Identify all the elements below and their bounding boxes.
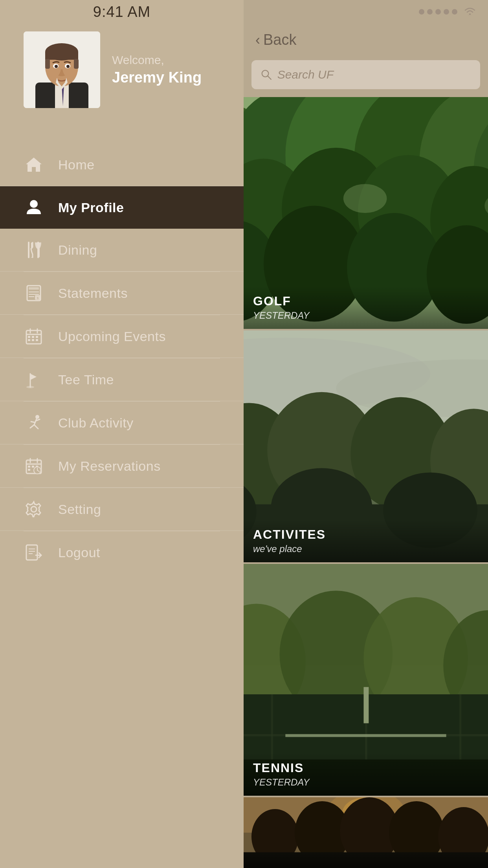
extra-card[interactable]	[244, 797, 488, 868]
avatar	[24, 31, 100, 108]
back-label: Back	[263, 31, 296, 48]
svg-rect-58	[28, 469, 30, 471]
logout-icon	[24, 542, 44, 563]
reservations-icon	[24, 456, 44, 476]
sidebar-item-my-profile[interactable]: My Profile	[0, 186, 244, 229]
svg-line-70	[268, 76, 271, 79]
activities-category: ACTIVITES	[253, 527, 479, 542]
svg-marker-43	[30, 374, 37, 380]
teetime-icon	[24, 369, 44, 390]
tennis-subtitle: YESTERDAY	[253, 777, 479, 788]
golf-card-overlay: GOLF YESTERDAY	[244, 286, 488, 329]
signal-dot-1	[419, 9, 424, 15]
svg-line-50	[30, 425, 34, 428]
tennis-card[interactable]: TENNIS YESTERDAY	[244, 564, 488, 796]
golf-category: GOLF	[253, 294, 479, 308]
svg-text:$: $	[37, 296, 39, 300]
search-bar[interactable]	[251, 60, 480, 89]
avatar-image	[24, 31, 100, 108]
sidebar-item-tee-time[interactable]: Tee Time	[0, 358, 244, 401]
calendar-icon	[24, 326, 44, 347]
svg-point-63	[31, 506, 37, 512]
svg-rect-10	[74, 59, 79, 69]
signal-dot-3	[435, 9, 441, 15]
sidebar-item-logout[interactable]: Logout	[0, 531, 244, 574]
club-activity-label: Club Activity	[58, 415, 134, 431]
svg-rect-124	[285, 734, 446, 737]
tennis-card-overlay: TENNIS YESTERDAY	[244, 753, 488, 796]
activities-subtitle: we've place	[253, 543, 479, 554]
activities-card-overlay: ACTIVITES we've place	[244, 519, 488, 562]
tennis-category: TENNIS	[253, 761, 479, 775]
statements-label: Statements	[58, 286, 128, 301]
svg-rect-40	[32, 339, 34, 341]
logout-label: Logout	[58, 545, 100, 560]
left-panel: 9:41 AM	[0, 0, 244, 868]
sidebar-item-statements[interactable]: $ Statements	[0, 272, 244, 315]
svg-point-68	[469, 13, 471, 15]
svg-point-45	[35, 415, 39, 419]
sidebar-item-setting[interactable]: Setting	[0, 488, 244, 531]
signal-dot-4	[444, 9, 449, 15]
sidebar-item-dining[interactable]: Dining	[0, 229, 244, 272]
my-profile-label: My Profile	[58, 200, 124, 215]
svg-point-44	[26, 386, 34, 388]
profile-icon	[24, 197, 44, 218]
svg-rect-9	[45, 59, 50, 69]
svg-rect-55	[28, 466, 30, 468]
signal-dot-5	[452, 9, 457, 15]
signal-dot-2	[427, 9, 433, 15]
status-time: 9:41 AM	[93, 4, 150, 20]
svg-point-18	[30, 200, 38, 208]
extra-card-overlay	[244, 851, 488, 868]
activities-card[interactable]: ACTIVITES we've place	[244, 330, 488, 562]
dining-icon	[24, 240, 44, 260]
svg-rect-123	[363, 687, 369, 723]
svg-point-14	[66, 65, 70, 68]
svg-rect-41	[36, 339, 38, 341]
upcoming-events-label: Upcoming Events	[58, 329, 166, 344]
search-icon	[261, 69, 272, 81]
search-input[interactable]	[277, 68, 471, 81]
home-icon	[24, 154, 44, 175]
svg-line-49	[34, 425, 38, 429]
dining-label: Dining	[58, 242, 97, 258]
tee-time-label: Tee Time	[58, 372, 114, 387]
statements-icon: $	[24, 283, 44, 303]
back-chevron-icon: ‹	[255, 32, 260, 48]
sidebar-item-club-activity[interactable]: Club Activity	[0, 402, 244, 444]
svg-point-13	[55, 65, 58, 68]
svg-rect-64	[26, 545, 37, 560]
right-panel: ‹ Back	[244, 0, 488, 868]
activity-icon	[24, 413, 44, 433]
svg-line-48	[31, 422, 35, 422]
golf-card[interactable]: GOLF YESTERDAY	[244, 97, 488, 329]
svg-rect-26	[29, 287, 39, 290]
svg-rect-56	[32, 466, 34, 468]
signal-dots	[419, 9, 457, 15]
right-status-bar	[244, 0, 488, 24]
my-reservations-label: My Reservations	[58, 459, 161, 474]
user-info: Welcome, Jeremy King	[112, 53, 202, 86]
user-name: Jeremy King	[112, 69, 202, 86]
svg-rect-38	[36, 336, 38, 338]
svg-rect-36	[28, 336, 30, 338]
sidebar-item-home[interactable]: Home	[0, 143, 244, 186]
nav-menu: Home My Profile	[0, 143, 244, 574]
back-button[interactable]: ‹ Back	[244, 24, 488, 56]
golf-subtitle: YESTERDAY	[253, 310, 479, 321]
sidebar-item-my-reservations[interactable]: My Reservations	[0, 445, 244, 488]
settings-icon	[24, 499, 44, 519]
sidebar-item-upcoming-events[interactable]: Upcoming Events	[0, 315, 244, 358]
status-bar: 9:41 AM	[0, 0, 244, 24]
svg-rect-8	[45, 52, 78, 60]
svg-rect-37	[32, 336, 34, 338]
welcome-text: Welcome,	[112, 53, 202, 67]
home-label: Home	[58, 157, 95, 172]
setting-label: Setting	[58, 502, 101, 517]
svg-point-92	[343, 184, 387, 213]
wifi-icon	[464, 6, 476, 18]
content-cards: GOLF YESTERDAY	[244, 97, 488, 868]
svg-rect-39	[28, 339, 30, 341]
